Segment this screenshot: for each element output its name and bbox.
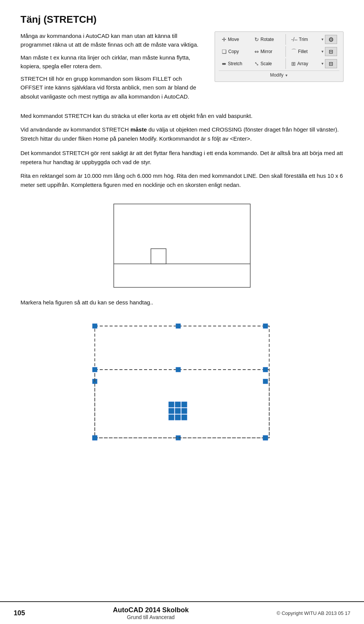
trim-arrow: ▼ [321, 38, 324, 41]
stretch-icon: ⬌ [222, 61, 226, 67]
svg-rect-19 [175, 402, 180, 407]
para-9: Markera hela figuren så att du kan se de… [20, 298, 344, 307]
para-4: Med kommandot STRETCH kan du sträcka ut … [20, 111, 344, 121]
stretch-button[interactable]: ⬌ Stretch [219, 60, 251, 68]
mirror-button[interactable]: ⇔ Mirror [251, 47, 283, 56]
footer-copyright: © Copyright WITU AB 2013 05 17 [276, 610, 350, 616]
fillet-icon: ⌒ [291, 48, 297, 55]
toolbar-row-2: ❏ Copy ⇔ Mirror ⌒ Fillet ▼ ⊟ [219, 46, 339, 57]
rotate-button[interactable]: ↻ Rotate [251, 35, 283, 44]
house-diagram [110, 200, 254, 291]
svg-rect-21 [169, 408, 174, 414]
page-title: Tänj (STRETCH) [20, 14, 344, 25]
mirror-icon: ⇔ [254, 49, 259, 55]
svg-rect-2 [151, 249, 166, 264]
svg-rect-3 [95, 326, 269, 438]
page-number: 105 [14, 609, 25, 617]
array-button[interactable]: ⊞ Array [288, 60, 320, 68]
para-3: STRETCH till hör en grupp kommandon som … [20, 74, 206, 101]
house-drawing-area [20, 200, 344, 291]
divider-3 [286, 58, 286, 69]
toolbar-icon-right-3: ⊟ [325, 59, 337, 68]
svg-rect-17 [263, 436, 268, 440]
selection-diagram [87, 318, 277, 447]
svg-rect-15 [263, 367, 268, 372]
autocad-toolbar: ✛ Move ↻ Rotate -/– Trim ▼ ⚙ [215, 31, 344, 82]
move-icon: ✛ [222, 36, 226, 42]
footer-book-subtitle: Grund till Avancerad [113, 614, 189, 620]
toolbar-row-1: ✛ Move ↻ Rotate -/– Trim ▼ ⚙ [219, 34, 339, 45]
svg-rect-23 [182, 408, 187, 414]
fillet-arrow: ▼ [321, 50, 324, 53]
footer-title-block: AutoCAD 2014 Skolbok Grund till Avancera… [113, 606, 189, 620]
house-svg-container [110, 200, 254, 291]
toolbar-panel: ✛ Move ↻ Rotate -/– Trim ▼ ⚙ [215, 31, 344, 105]
para-2: Man måste t ex kunna rita linjer och cir… [20, 53, 206, 71]
divider-1 [286, 34, 286, 45]
selection-svg-container [87, 318, 277, 447]
array-arrow: ▼ [321, 62, 324, 66]
intro-text: Många av kommandona i AutoCAD kan man ut… [20, 31, 206, 105]
svg-rect-11 [263, 379, 268, 384]
copy-button[interactable]: ❏ Copy [219, 47, 251, 56]
toolbar-row-3: ⬌ Stretch ⤡ Scale ⊞ Array ▼ ⊟ [219, 58, 339, 69]
svg-rect-6 [263, 324, 268, 328]
para-1: Många av kommandona i AutoCAD kan man ut… [20, 31, 206, 49]
move-button[interactable]: ✛ Move [219, 35, 251, 44]
footer-book-title: AutoCAD 2014 Skolbok [113, 606, 189, 614]
divider-2 [286, 46, 286, 57]
svg-rect-24 [169, 415, 174, 420]
svg-rect-4 [93, 324, 97, 328]
array-icon: ⊞ [291, 61, 296, 67]
svg-rect-14 [176, 367, 180, 372]
toolbar-footer: Modify ▼ [219, 71, 339, 78]
top-section: Många av kommandona i AutoCAD kan man ut… [20, 31, 344, 105]
para-5: Vid användande av kommandot STRETCH måst… [20, 125, 344, 143]
svg-rect-26 [182, 415, 187, 420]
fillet-button[interactable]: ⌒ Fillet [288, 47, 320, 56]
copy-icon: ❏ [222, 49, 227, 55]
para-8: Rita en rektangel som är 10.000 mm lång … [20, 171, 344, 190]
page-footer: 105 AutoCAD 2014 Skolbok Grund till Avan… [0, 601, 364, 624]
svg-rect-20 [182, 402, 187, 407]
svg-rect-5 [176, 324, 180, 328]
svg-rect-16 [93, 436, 97, 440]
page-content: Tänj (STRETCH) Många av kommandona i Aut… [0, 0, 364, 624]
main-body-text-2: Det kommandot STRETCH gör rent sakligt ä… [20, 149, 344, 190]
trim-icon: -/– [291, 36, 297, 42]
modify-arrow: ▼ [285, 74, 288, 77]
svg-rect-22 [175, 408, 180, 414]
selection-drawing-area [20, 318, 344, 447]
scale-button[interactable]: ⤡ Scale [251, 60, 283, 68]
svg-rect-13 [93, 367, 97, 372]
svg-rect-0 [114, 204, 250, 287]
toolbar-icon-right-2: ⊟ [325, 47, 337, 56]
rotate-icon: ↻ [254, 36, 259, 42]
svg-rect-25 [175, 415, 180, 420]
svg-rect-18 [169, 402, 174, 407]
trim-button[interactable]: -/– Trim [288, 35, 320, 44]
scale-icon: ⤡ [254, 61, 259, 67]
toolbar-icon-right-1: ⚙ [325, 35, 337, 44]
para-7: Det kommandot STRETCH gör rent sakligt ä… [20, 149, 344, 167]
main-body-text: Med kommandot STRETCH kan du sträcka ut … [20, 111, 344, 143]
